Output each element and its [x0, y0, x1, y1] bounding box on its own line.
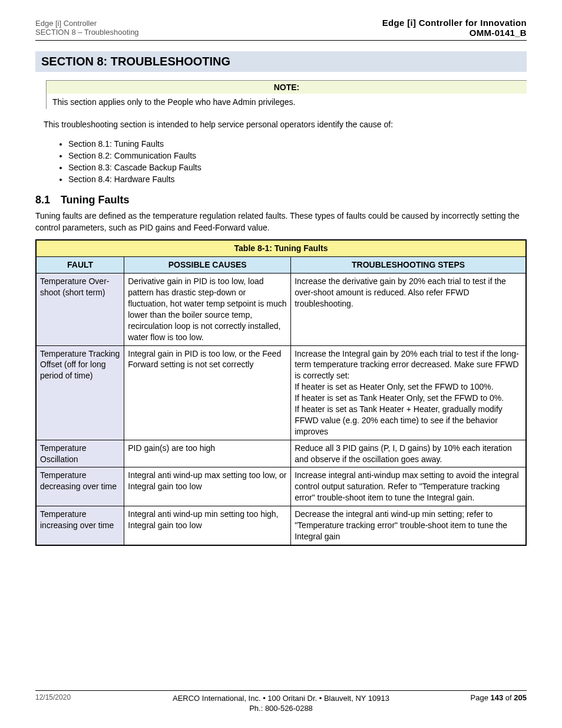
section-number: 8.1	[35, 194, 50, 206]
cell-steps: Increase the Integral gain by 20% each t…	[291, 345, 526, 440]
note-body: This section applies only to the People …	[47, 94, 527, 109]
footer-center-line2: Ph.: 800-526-0288	[173, 703, 389, 714]
table-row: Temperature Tracking Offset (off for lon…	[36, 345, 526, 440]
cell-causes: PID gain(s) are too high	[124, 440, 291, 467]
header-right-line2: OMM-0141_B	[382, 28, 527, 38]
footer-page-total: 205	[514, 693, 527, 702]
page-footer: 12/15/2020 AERCO International, Inc. • 1…	[35, 690, 527, 714]
header-left: Edge [i] Controller SECTION 8 – Troubles…	[35, 19, 139, 37]
table-row: Temperature Over-shoot (short term) Deri…	[36, 274, 526, 345]
cell-fault: Temperature Oscillation	[36, 440, 124, 467]
table-row: Temperature increasing over time Integra…	[36, 506, 526, 545]
footer-page-current: 143	[491, 693, 504, 702]
cell-causes: Integral anti wind-up min setting too hi…	[124, 506, 291, 545]
col-header-steps: TROUBLESHOOTING STEPS	[291, 257, 526, 274]
intro-bullet: Section 8.2: Communication Faults	[68, 150, 527, 162]
footer-page-number: Page 143 of 205	[389, 693, 527, 702]
table-header-row: FAULT POSSIBLE CAUSES TROUBLESHOOTING ST…	[36, 257, 526, 274]
footer-center: AERCO International, Inc. • 100 Oritani …	[173, 693, 389, 714]
cell-steps: Increase integral anti-windup max settin…	[291, 467, 526, 506]
table-row: Temperature Oscillation PID gain(s) are …	[36, 440, 526, 467]
tuning-faults-table: Table 8-1: Tuning Faults FAULT POSSIBLE …	[35, 239, 527, 545]
cell-causes: Integral gain in PID is too low, or the …	[124, 345, 291, 440]
header-left-line1: Edge [i] Controller	[35, 19, 139, 28]
table-row: Temperature decreasing over time Integra…	[36, 467, 526, 506]
header-right-line1: Edge [i] Controller for Innovation	[382, 18, 527, 28]
footer-center-line1: AERCO International, Inc. • 100 Oritani …	[173, 693, 389, 704]
intro-bullet: Section 8.1: Tuning Faults	[68, 138, 527, 150]
cell-causes: Integral anti wind-up max setting too lo…	[124, 467, 291, 506]
cell-steps: Decrease the integral anti wind-up min s…	[291, 506, 526, 545]
page-header: Edge [i] Controller SECTION 8 – Troubles…	[35, 18, 527, 41]
header-left-line2: SECTION 8 – Troubleshooting	[35, 28, 139, 37]
section-title: Tuning Faults	[61, 194, 130, 206]
cell-fault: Temperature increasing over time	[36, 506, 124, 545]
cell-fault: Temperature decreasing over time	[36, 467, 124, 506]
table-title: Table 8-1: Tuning Faults	[36, 240, 526, 256]
header-right: Edge [i] Controller for Innovation OMM-0…	[382, 18, 527, 38]
intro-bullet: Section 8.3: Cascade Backup Faults	[68, 162, 527, 173]
cell-steps: Increase the derivative gain by 20% each…	[291, 274, 526, 345]
note-box: NOTE: This section applies only to the P…	[46, 80, 527, 109]
col-header-causes: POSSIBLE CAUSES	[124, 257, 291, 274]
cell-causes: Derivative gain in PID is too low, load …	[124, 274, 291, 345]
col-header-fault: FAULT	[36, 257, 124, 274]
cell-steps: Reduce all 3 PID gains (P, I, D gains) b…	[291, 440, 526, 467]
cell-fault: Temperature Tracking Offset (off for lon…	[36, 345, 124, 440]
intro-bullet-list: Section 8.1: Tuning Faults Section 8.2: …	[57, 138, 527, 186]
section-body: Tuning faults are defined as the tempera…	[35, 210, 527, 234]
chapter-heading: SECTION 8: TROUBLESHOOTING	[35, 51, 527, 72]
cell-fault: Temperature Over-shoot (short term)	[36, 274, 124, 345]
intro-line: This troubleshooting section is intended…	[44, 118, 527, 130]
note-title: NOTE:	[47, 81, 527, 94]
section-heading: 8.1 Tuning Faults	[35, 194, 527, 206]
intro-bullet: Section 8.4: Hardware Faults	[68, 173, 527, 185]
footer-date: 12/15/2020	[35, 693, 173, 701]
